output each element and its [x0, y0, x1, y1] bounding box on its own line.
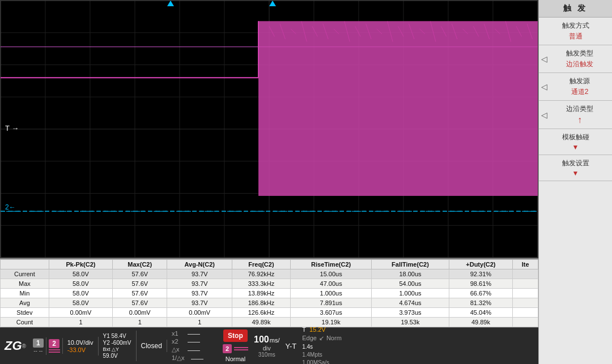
x-measurements: x1 —— x2 —— △x —— 1/△x —— — [172, 330, 217, 362]
ch2-box: 2 — [49, 339, 60, 348]
right-panel-item-value: ↑ — [577, 115, 582, 125]
table-row: Min58.0V57.6V93.7V13.89kHz1.000us1.000us… — [1, 289, 538, 298]
table-cell: 0.00mV — [113, 308, 167, 318]
table-row: Avg58.0V57.6V93.7V186.8kHz7.891us4.674us… — [1, 298, 538, 308]
table-cell: 1 — [113, 318, 167, 327]
table-row: Count11149.89k19.19k19.53k49.89k — [1, 318, 538, 327]
table-header-cell: FallTime(C2) — [372, 260, 449, 269]
y1-val: Y1 58.4V — [103, 333, 131, 339]
table-cell: 1.000us — [372, 289, 449, 298]
delta-y-val: 59.0V — [103, 353, 131, 359]
sa-val: 1.4s — [302, 344, 342, 350]
stop-button[interactable]: Stop — [223, 329, 248, 342]
x2-val: —— — [188, 338, 200, 345]
table-cell: 19.19k — [290, 318, 372, 327]
dx-label: △x — [172, 346, 184, 353]
table-cell: 3.973us — [372, 308, 449, 318]
x1-val: —— — [188, 330, 200, 337]
table-header: Pk-Pk(C2)Max(C2)Avg-N(C2)Freq(C2)RiseTim… — [1, 260, 538, 269]
right-panel-item-2[interactable]: ◁触发源通道2 — [539, 73, 612, 101]
table-cell: 57.6V — [113, 269, 167, 279]
table-cell — [513, 298, 538, 308]
measurement-table: Pk-Pk(C2)Max(C2)Avg-N(C2)Freq(C2)RiseTim… — [0, 258, 538, 327]
closed-button[interactable]: Closed — [137, 340, 167, 352]
table-cell: 7.891us — [290, 298, 372, 308]
table-header-cell: Freq(C2) — [232, 260, 291, 269]
table-cell: Stdev — [1, 308, 49, 318]
table-cell: 18.00us — [372, 269, 449, 279]
table-cell: 76.92kHz — [232, 269, 291, 279]
right-panel-item-value: 普通 — [569, 32, 583, 41]
ch2-indicator: 2 — [223, 344, 248, 353]
table-body: Current58.0V57.6V93.7V76.92kHz15.00us18.… — [1, 269, 538, 327]
right-panel-item-1[interactable]: ◁触发类型边沿触发 — [539, 45, 612, 73]
svg-marker-19 — [167, 1, 174, 6]
table-cell: 126.6kHz — [232, 308, 291, 318]
right-panel-item-value: ▼ — [572, 143, 579, 151]
ch1-box: 1 — [33, 339, 44, 348]
table-cell: Avg — [1, 298, 49, 308]
ch1-dots: -- -- — [33, 348, 42, 354]
table-cell: 93.7V — [167, 289, 232, 298]
table-cell: 13.89kHz — [232, 289, 291, 298]
bottom-bar: ZG ® 1 -- -- 2 10.0V/div -33.0V — [0, 327, 538, 364]
table-cell — [513, 308, 538, 318]
table-header-cell: RiseTime(C2) — [290, 260, 372, 269]
table-cell: 81.32% — [449, 298, 513, 308]
inv-dx-val: —— — [191, 355, 203, 362]
table-cell: 98.61% — [449, 279, 513, 289]
table-cell: 3.607us — [290, 308, 372, 318]
divinfo: 10.0V/div -33.0V — [63, 337, 99, 356]
time-div-value: 100 — [254, 335, 269, 345]
right-panel-item-label: 触发设置 — [562, 159, 589, 168]
table-cell: 93.7V — [167, 279, 232, 289]
right-panel-item-5[interactable]: 触发设置▼ — [539, 155, 612, 181]
table-cell: 58.0V — [49, 289, 112, 298]
right-panel-item-label: 触发源 — [570, 76, 590, 86]
bx-val: Bxt △Y — [103, 346, 131, 352]
right-panel-title: 触 发 — [539, 0, 612, 18]
table-cell: 93.7V — [167, 298, 232, 308]
right-panel-item-label: 模板触碰 — [562, 132, 589, 142]
arrow-down: ↙ — [319, 335, 324, 342]
table-cell: 45.04% — [449, 308, 513, 318]
right-panel-item-3[interactable]: ◁边沿类型↑ — [539, 101, 612, 129]
table-cell: 0.00mV — [167, 308, 232, 318]
table-cell: Current — [1, 269, 49, 279]
table-row: Max58.0V57.6V93.7V333.3kHz47.00us54.00us… — [1, 279, 538, 289]
table-cell: 58.0V — [49, 279, 112, 289]
right-panel-item-0[interactable]: 触发方式普通 — [539, 18, 612, 45]
table-row: Current58.0V57.6V93.7V76.92kHz15.00us18.… — [1, 269, 538, 279]
table-cell: 58.0V — [49, 269, 112, 279]
zg-logo: ZG ® — [0, 339, 31, 353]
table-cell: 49.89k — [449, 318, 513, 327]
t-measure-val: 15.2V — [309, 326, 326, 333]
table-header-cell — [1, 260, 49, 269]
ch2-badge: 2 — [223, 344, 232, 353]
t-label: T → — [5, 124, 19, 132]
main-oscilloscope-area: T → 2← Pk-Pk(C2)Max(C2)Avg-N(C2)Freq(C2)… — [0, 0, 538, 364]
table-cell: 92.31% — [449, 269, 513, 279]
ch2-lines — [234, 347, 248, 350]
left-arrow-icon: ◁ — [541, 82, 547, 91]
table-cell: 1.000us — [290, 289, 372, 298]
inv-dx-label: 1/△x — [172, 354, 188, 362]
bottom-right-panel: x1 —— x2 —— △x —— 1/△x —— Stop — [167, 328, 538, 364]
trigger-info: T 15.2V Edge ↙ Norm 1.4s 1.4Mpts 1.00MSa… — [302, 326, 342, 364]
bottom-left-info: ZG ® 1 -- -- 2 10.0V/div -33.0V — [0, 328, 167, 364]
table-header-cell: Ite — [513, 260, 538, 269]
yt-label: Y-T — [285, 341, 296, 351]
table-cell: 1 — [167, 318, 232, 327]
table-cell: 0.00mV — [49, 308, 112, 318]
right-panel-item-label: 触发方式 — [562, 21, 589, 31]
table-cell: 57.6V — [113, 289, 167, 298]
table-cell: 57.6V — [113, 298, 167, 308]
right-panel-item-4[interactable]: 模板触碰▼ — [539, 129, 612, 155]
norm-label: Norm — [326, 335, 342, 342]
table-header-cell: Pk-Pk(C2) — [49, 260, 112, 269]
mpts-val: 1.4Mpts — [302, 352, 342, 358]
table-header-cell: Max(C2) — [113, 260, 167, 269]
x1-label: x1 — [172, 330, 184, 337]
time-div-unit: ms/ — [270, 337, 280, 344]
table-cell: 54.00us — [372, 279, 449, 289]
